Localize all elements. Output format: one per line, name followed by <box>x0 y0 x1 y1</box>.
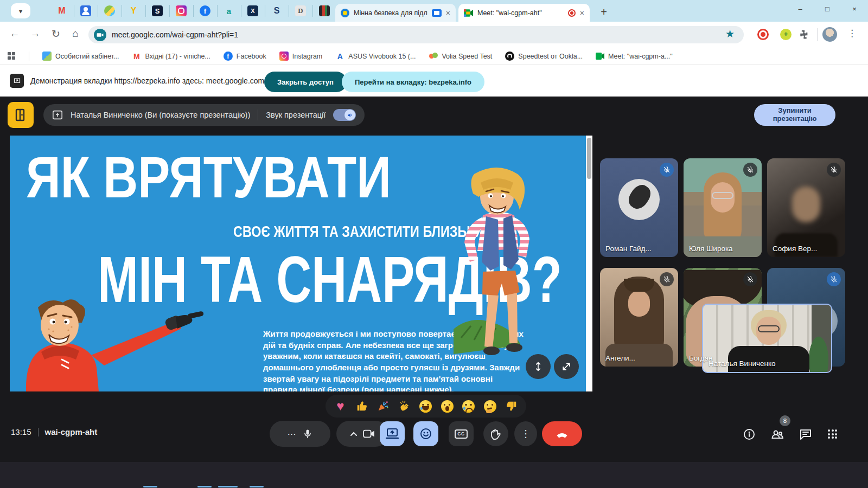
info-icon <box>743 428 756 441</box>
bookmark-speedtest[interactable]: Speedtest от Ookla... <box>505 52 583 61</box>
bookmark-star-icon[interactable]: ★ <box>725 28 735 40</box>
mic-muted-icon <box>827 163 841 177</box>
pinned-tab-x-navy[interactable]: X <box>241 0 265 22</box>
pinned-tab-yandex[interactable]: Y <box>122 0 145 22</box>
bookmark-asus[interactable]: AASUS Vivobook 15 (... <box>335 52 416 61</box>
green-extension-icon[interactable]: + <box>780 29 792 40</box>
pinned-tab-facebook[interactable]: f <box>193 0 217 22</box>
facebook-icon: f <box>224 52 233 61</box>
leave-room-button[interactable] <box>8 102 34 128</box>
participant-name: София Вер... <box>773 245 817 253</box>
colorful-app-icon <box>104 5 115 16</box>
presentation-slide[interactable]: ЯК ВРЯТУВАТИ СВОЄ ЖИТТЯ ТА ЗАХИСТИТИ БЛИ… <box>10 136 586 391</box>
reaction-clap[interactable] <box>398 400 411 413</box>
meet-favicon <box>464 9 473 17</box>
pinned-tab-s-dark[interactable]: S <box>145 0 169 22</box>
self-view-tile[interactable]: Наталья Виниченко <box>702 304 832 373</box>
bookmark-instagram[interactable]: Instagram <box>279 52 323 61</box>
bookmark-facebook[interactable]: fFacebook <box>224 52 266 61</box>
reaction-thumbs-down[interactable] <box>505 400 518 413</box>
avatar <box>618 179 660 220</box>
end-call-icon <box>555 427 569 441</box>
tab-bezpeka[interactable]: Мінна безпека для підлітк × <box>335 4 456 22</box>
apps-grid-icon[interactable] <box>8 52 16 60</box>
reaction-wow[interactable] <box>441 400 454 413</box>
pinned-tab-a-teal[interactable]: a <box>217 0 241 22</box>
resize-presentation-button[interactable] <box>526 354 551 379</box>
fullscreen-presentation-button[interactable] <box>554 354 579 379</box>
thumbs-up-icon <box>356 400 368 412</box>
slide-scrollbar-thumb[interactable] <box>587 138 591 179</box>
vertical-arrows-icon <box>533 361 544 372</box>
meeting-code: wai-cgpm-aht <box>45 427 98 436</box>
reaction-party[interactable] <box>376 400 390 413</box>
stop-presenting-button[interactable]: Зупинити презентацію <box>754 104 835 126</box>
reaction-heart[interactable]: ♥ <box>334 400 347 413</box>
presentation-audio-label: Звук презентації <box>266 111 326 119</box>
browser-menu-icon[interactable]: ⋮ <box>847 28 857 39</box>
close-tab-icon[interactable]: × <box>580 9 584 17</box>
minimize-button[interactable]: – <box>787 0 814 20</box>
bookmark-label: Meet: "wai-cgpm-a..." <box>608 53 673 60</box>
bookmark-volia[interactable]: Volia Speed Test <box>429 52 492 61</box>
participant-tile[interactable]: Ангели... <box>600 268 678 367</box>
tab-search-button[interactable]: ▾ <box>11 3 30 18</box>
glasses <box>712 192 733 199</box>
participant-tile[interactable]: София Вер... <box>767 158 845 257</box>
pinned-tab-s[interactable]: S <box>265 0 289 22</box>
maximize-button[interactable]: □ <box>814 0 841 20</box>
close-tab-icon[interactable]: × <box>446 9 450 17</box>
address-bar[interactable]: meet.google.com/wai-cgpm-aht?pli=1 <box>88 26 744 43</box>
close-window-button[interactable]: × <box>841 0 868 20</box>
presentation-audio-toggle[interactable] <box>333 109 356 121</box>
reaction-thinking[interactable] <box>483 400 496 413</box>
bookmark-cabinet[interactable]: Особистий кабінет... <box>42 52 119 61</box>
pinned-tab-d[interactable]: D <box>289 0 312 22</box>
toolbar-divider <box>817 28 818 41</box>
pinned-tab-contact[interactable] <box>74 0 98 22</box>
bookmark-gmail-inbox[interactable]: MВхідні (17) - viniche... <box>132 52 210 61</box>
captions-button[interactable]: CC <box>449 421 474 446</box>
mic-options-icon[interactable]: ⋯ <box>288 429 297 439</box>
participant-tile[interactable]: Юля Широка <box>684 158 762 257</box>
reaction-thumbs-up[interactable] <box>355 400 368 413</box>
pinned-tab-gmail[interactable]: M <box>50 0 74 22</box>
present-now-button[interactable] <box>380 421 405 446</box>
profile-avatar[interactable] <box>822 27 837 42</box>
adblock-extension-icon[interactable] <box>757 29 769 40</box>
extensions-puzzle-icon[interactable] <box>797 29 809 42</box>
chevron-up-icon[interactable] <box>350 431 358 436</box>
camera-permission-icon[interactable] <box>94 29 106 41</box>
camera-icon[interactable] <box>363 429 375 439</box>
chat-button[interactable] <box>799 427 813 441</box>
open-indicator <box>218 486 238 487</box>
participant-tile[interactable]: Роман Гайд... <box>600 158 678 257</box>
participants-button[interactable] <box>770 427 784 441</box>
back-icon[interactable]: ← <box>8 28 22 40</box>
pinned-tab-instagram[interactable] <box>169 0 193 22</box>
reload-icon[interactable]: ↻ <box>49 28 63 40</box>
mic-icon[interactable] <box>302 428 313 439</box>
raise-hand-button[interactable] <box>483 421 508 446</box>
activities-button[interactable] <box>826 427 840 441</box>
goto-shared-tab-button[interactable]: Перейти на вкладку: bezpeka.info <box>342 72 484 92</box>
pinned-tab-stripes[interactable] <box>312 0 336 22</box>
more-options-button[interactable]: ⋮ <box>514 421 537 446</box>
heart-icon: ♥ <box>336 400 344 413</box>
forward-icon[interactable]: → <box>28 28 42 40</box>
new-tab-button[interactable]: + <box>596 4 612 20</box>
banner-divider <box>258 110 258 120</box>
home-icon[interactable]: ⌂ <box>68 28 82 40</box>
meeting-details-button[interactable] <box>742 427 756 441</box>
tab-meet[interactable]: Meet: "wai-cgpm-aht" × <box>458 4 590 22</box>
bezpeka-favicon <box>341 9 349 17</box>
pinned-tab-colorful[interactable] <box>98 0 122 22</box>
stop-sharing-button[interactable]: Закрыть доступ <box>264 72 347 92</box>
screen-share-icon <box>10 74 24 88</box>
mic-control-group[interactable]: ⋯ <box>270 421 330 447</box>
reaction-sad[interactable] <box>462 400 475 413</box>
reactions-button[interactable] <box>413 421 438 446</box>
reaction-joy[interactable] <box>419 400 432 413</box>
leave-call-button[interactable] <box>542 421 582 446</box>
bookmark-meet[interactable]: Meet: "wai-cgpm-a..." <box>596 53 673 60</box>
